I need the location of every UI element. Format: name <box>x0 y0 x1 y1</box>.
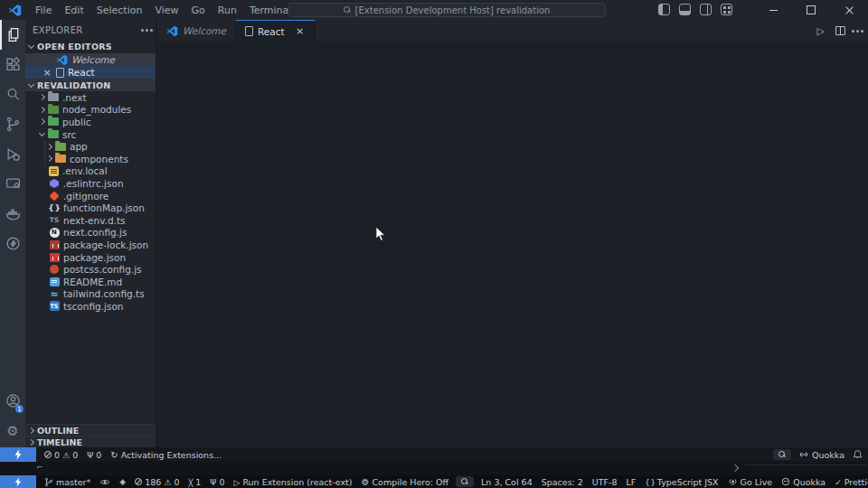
gitlens-toggle[interactable] <box>95 478 115 486</box>
menu-go[interactable]: Go <box>185 5 212 16</box>
git-branch-status[interactable]: master* <box>36 477 95 487</box>
tab-welcome[interactable]: Welcome <box>157 20 235 42</box>
typescript-def-icon: TS <box>49 215 60 226</box>
customize-layout-icon[interactable] <box>721 4 732 15</box>
toggle-sidebar-icon[interactable] <box>658 4 670 15</box>
tree-item[interactable]: .next <box>25 91 156 104</box>
eol-status[interactable]: LF <box>622 477 641 487</box>
cross-counter[interactable]: 1 <box>184 477 205 487</box>
file-icon <box>56 68 64 78</box>
split-editor-icon[interactable] <box>835 26 845 35</box>
tree-item[interactable]: public <box>25 116 156 128</box>
tree-item[interactable]: src <box>25 128 156 141</box>
antenna-icon <box>87 450 93 460</box>
zoom-button[interactable] <box>456 476 474 487</box>
tree-item[interactable]: .eslintrc.json <box>25 177 156 190</box>
prettier-status[interactable]: Prettier <box>830 477 868 487</box>
explorer-sidebar: EXPLORER OPEN EDITORS Welcome × React RE… <box>25 20 156 447</box>
folder-root-header[interactable]: REVALIDATION <box>25 79 156 91</box>
activity-extensions[interactable] <box>0 50 25 80</box>
go-live-button[interactable]: Go Live <box>723 477 778 487</box>
braces-icon <box>645 477 655 487</box>
activity-docker[interactable] <box>0 199 25 229</box>
quokka-status[interactable]: Quokka <box>799 450 844 460</box>
tree-item[interactable]: postcss.config.js <box>25 263 156 276</box>
folder-icon <box>48 93 59 101</box>
zoom-button[interactable] <box>773 449 791 460</box>
more-actions-icon[interactable] <box>856 30 859 33</box>
menu-edit[interactable]: Edit <box>58 5 90 16</box>
tree-item[interactable]: .gitignore <box>25 190 156 202</box>
tree-item[interactable]: TS tsconfig.json <box>25 300 156 313</box>
menu-selection[interactable]: Selection <box>90 5 149 16</box>
language-mode[interactable]: TypeScript JSX <box>640 477 722 487</box>
tree-item[interactable]: ≈ tailwind.config.ts <box>25 288 156 301</box>
menu-view[interactable]: View <box>148 5 184 16</box>
open-editor-welcome[interactable]: Welcome <box>25 53 156 66</box>
close-icon[interactable]: × <box>295 26 306 36</box>
tree-item[interactable]: README.md <box>25 276 156 288</box>
run-icon[interactable]: ▷ <box>817 25 825 37</box>
tree-item[interactable]: .env.local <box>25 165 156 178</box>
more-actions-icon[interactable] <box>146 29 148 32</box>
monitor-icon <box>5 176 21 192</box>
remote-indicator[interactable] <box>0 447 36 462</box>
tree-item[interactable]: TS next-env.d.ts <box>25 214 156 227</box>
maximize-button[interactable] <box>792 0 830 20</box>
compile-hero-status[interactable]: Compile Hero: Off <box>356 477 453 487</box>
tree-item[interactable]: node_modules <box>25 104 156 117</box>
activating-extensions[interactable]: Activating Extensions... <box>106 450 226 460</box>
problems-indicator[interactable]: 0 0 <box>36 450 82 460</box>
extension-status-icon[interactable] <box>115 477 130 486</box>
tree-item[interactable]: { } functionMap.json <box>25 202 156 214</box>
account-button[interactable]: 1 <box>0 386 25 416</box>
activity-source-control[interactable] <box>0 109 25 139</box>
problems-indicator[interactable]: 186 0 <box>130 477 184 487</box>
error-icon <box>44 451 52 458</box>
title-bar: File Edit Selection View Go Run Terminal… <box>0 0 868 20</box>
ports-indicator[interactable]: 0 <box>205 477 229 487</box>
open-editors-header[interactable]: OPEN EDITORS <box>25 40 156 53</box>
timeline-header[interactable]: TIMELINE <box>25 436 156 447</box>
minimize-button[interactable] <box>754 0 792 20</box>
encoding-status[interactable]: UTF-8 <box>588 477 622 487</box>
error-icon <box>135 478 142 485</box>
toggle-secondary-sidebar-icon[interactable] <box>700 4 712 15</box>
tree-item[interactable]: app <box>25 140 156 153</box>
close-button[interactable] <box>830 0 868 20</box>
tree-item[interactable]: components <box>25 153 156 165</box>
ports-indicator[interactable]: 0 <box>82 450 106 460</box>
tree-item[interactable]: package.json <box>25 251 156 264</box>
tab-react[interactable]: React × <box>235 20 316 42</box>
tree-item[interactable]: package-lock.json <box>25 239 156 251</box>
run-extension-status[interactable]: Run Extension (react-ext) <box>229 477 356 487</box>
chevron-right-icon <box>28 427 34 433</box>
indentation-status[interactable]: Spaces: 2 <box>537 477 588 487</box>
activity-thunder-client[interactable] <box>0 229 25 258</box>
activity-run-debug[interactable] <box>0 139 25 169</box>
play-icon <box>233 477 240 487</box>
settings-button[interactable]: ⚙ <box>0 416 25 446</box>
activity-search[interactable] <box>0 80 25 109</box>
tree-item[interactable]: N next.config.js <box>25 227 156 239</box>
bell-icon[interactable] <box>853 449 863 460</box>
menu-run[interactable]: Run <box>212 5 243 16</box>
command-center-search[interactable]: [Extension Development Host] revalidatio… <box>288 3 606 17</box>
dev-host-status-bar: 0 0 0 Activating Extensions... Quokka <box>0 447 868 462</box>
chevron-right-icon <box>39 94 45 100</box>
lightning-icon <box>14 449 23 460</box>
cursor-position[interactable]: Ln 3, Col 64 <box>476 477 537 487</box>
open-editor-react[interactable]: × React <box>25 66 156 79</box>
quokka-status[interactable]: Quokka <box>777 477 830 487</box>
activity-remote-explorer[interactable] <box>0 169 25 199</box>
search-icon <box>5 87 21 102</box>
activity-explorer[interactable] <box>0 20 25 50</box>
files-icon <box>6 27 22 42</box>
close-icon[interactable]: × <box>42 68 52 78</box>
remote-indicator[interactable] <box>0 475 36 488</box>
outline-header[interactable]: OUTLINE <box>25 424 156 436</box>
chevron-right-icon[interactable] <box>731 465 739 472</box>
magnifier-icon <box>778 451 786 458</box>
menu-file[interactable]: File <box>29 5 58 16</box>
toggle-panel-icon[interactable] <box>679 4 691 15</box>
